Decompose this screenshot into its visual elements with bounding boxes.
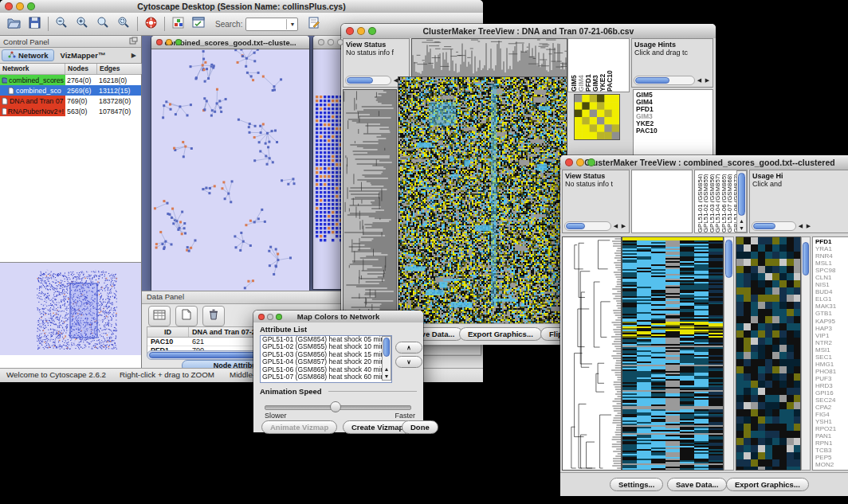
gene-label[interactable]: PAN1 xyxy=(815,432,848,440)
gene-label[interactable]: ELG1 xyxy=(815,295,848,303)
settings-button[interactable]: Settings... xyxy=(610,478,663,491)
close-button[interactable] xyxy=(565,158,573,166)
gene-label[interactable]: SPC98 xyxy=(815,267,848,274)
gene-label[interactable]: MSL1 xyxy=(815,260,848,267)
gene-label[interactable]: PEP5 xyxy=(815,454,848,461)
arrow-down-icon[interactable]: ▼ xyxy=(737,225,746,232)
gene-label[interactable]: MON2 xyxy=(815,461,848,468)
arrow-up-icon[interactable]: ▲ xyxy=(383,366,391,373)
col-network[interactable]: Network xyxy=(0,64,65,74)
hscrollbar[interactable]: ◀▶ xyxy=(752,221,812,231)
hscrollbar[interactable]: ◀▶ xyxy=(634,76,711,85)
gene-label[interactable]: MAK31 xyxy=(815,303,848,310)
gene-label[interactable]: YRA1 xyxy=(815,245,848,252)
network-row[interactable]: DNA and Tran 07 769(0) 183728(0) xyxy=(0,96,141,106)
close-button[interactable] xyxy=(258,314,265,320)
tab-vizmapper[interactable]: VizMapper™ xyxy=(54,50,111,61)
col-id[interactable]: ID xyxy=(147,327,189,337)
minimize-button[interactable] xyxy=(328,39,334,45)
gene-label[interactable]: GTB1 xyxy=(815,310,848,317)
row-dendrogram[interactable] xyxy=(562,236,622,471)
zoom-button[interactable] xyxy=(587,158,595,166)
close-button[interactable] xyxy=(5,2,13,10)
network-row[interactable]: combined_scores 2764(0) 16218(0) xyxy=(0,75,141,85)
minimize-button[interactable] xyxy=(166,39,172,45)
gene-label[interactable]: HRD3 xyxy=(815,382,848,389)
open-file-button[interactable] xyxy=(5,15,22,33)
zoom-fit-button[interactable] xyxy=(94,15,112,33)
gene-label[interactable]: NTR2 xyxy=(815,339,848,346)
arrow-down-icon[interactable]: ▼ xyxy=(383,373,391,380)
global-heatmap[interactable] xyxy=(398,76,567,325)
cytoscape-titlebar[interactable]: Cytoscape Desktop (Session Name: collins… xyxy=(0,0,483,14)
delete-attribute-button[interactable] xyxy=(202,306,225,326)
gene-label[interactable]: SEC24 xyxy=(815,397,848,404)
network-window[interactable]: combined_scores_good.txt--cluste... xyxy=(151,36,309,291)
gene-label[interactable]: MSI1 xyxy=(815,346,848,354)
gene-label[interactable]: KAP95 xyxy=(815,318,848,325)
zoom-heatmap[interactable] xyxy=(574,94,620,140)
export-graphics-button[interactable]: Export Graphics... xyxy=(726,478,809,491)
row-dendrogram[interactable] xyxy=(343,89,397,325)
animate-vizmap-button[interactable]: Animate Vizmap xyxy=(261,420,337,434)
zoom-selected-button[interactable] xyxy=(115,15,132,33)
minimize-button[interactable] xyxy=(16,2,24,10)
gene-label[interactable]: RPO21 xyxy=(815,425,848,432)
select-attributes-button[interactable] xyxy=(148,306,171,326)
list-vscrollbar[interactable]: ▲ ▼ xyxy=(382,336,391,381)
global-heatmap[interactable] xyxy=(622,236,724,471)
network-overview[interactable] xyxy=(0,262,141,355)
zoom-in-button[interactable] xyxy=(73,15,91,33)
network-window-titlebar[interactable]: combined_scores_good.txt--cluste... xyxy=(151,36,309,49)
move-down-button[interactable]: ∨ xyxy=(395,356,422,368)
zoom-button[interactable] xyxy=(337,39,344,45)
gene-label[interactable]: PFD1 xyxy=(815,238,848,245)
gene-label[interactable]: HMG1 xyxy=(815,361,848,368)
gene-label[interactable]: PHO81 xyxy=(815,368,848,375)
move-up-button[interactable]: ∧ xyxy=(395,342,422,354)
chevron-down-icon[interactable]: ▼ xyxy=(286,19,297,29)
arrow-up-icon[interactable]: ▲ xyxy=(737,218,746,225)
slider-thumb[interactable] xyxy=(330,401,341,412)
gene-label[interactable]: HAP3 xyxy=(815,325,848,332)
gene-label[interactable]: RPN1 xyxy=(815,440,848,447)
column-dendrogram[interactable] xyxy=(411,38,567,78)
vizmapper-button[interactable] xyxy=(169,15,186,33)
attribute-list[interactable]: GPL51-01 (GSM854) heat shock 05 minGPL51… xyxy=(260,335,392,383)
zoom-button[interactable] xyxy=(276,314,282,320)
network-row[interactable]: RNAPuberNov2+! 563(0) 107847(0) xyxy=(0,106,141,116)
network-view-canvas[interactable] xyxy=(151,49,308,291)
manage-windows-button[interactable] xyxy=(190,15,207,33)
close-button[interactable] xyxy=(346,27,354,35)
arrow-right-icon[interactable]: ▶ xyxy=(704,77,711,84)
zoom-button[interactable] xyxy=(27,2,35,10)
gene-label[interactable]: CPA2 xyxy=(815,404,848,411)
heatmap-vscrollbar[interactable] xyxy=(724,236,734,471)
gene-label[interactable]: SEC1 xyxy=(815,354,848,361)
tab-network[interactable]: Network xyxy=(2,49,54,61)
arrow-right-icon[interactable]: ▶ xyxy=(805,223,812,229)
treeview1-titlebar[interactable]: ClusterMaker TreeView : DNA and Tran 07-… xyxy=(341,24,716,39)
gene-label[interactable]: VIP1 xyxy=(815,332,848,339)
treeview2-titlebar[interactable]: ClusterMaker TreeView : combined_scores_… xyxy=(560,155,848,170)
save-data-button[interactable]: Save Data... xyxy=(667,478,727,491)
gene-label[interactable]: CLN1 xyxy=(815,274,848,281)
done-button[interactable]: Done xyxy=(402,420,438,434)
help-button[interactable] xyxy=(142,15,159,33)
gene-label[interactable]: YSH1 xyxy=(815,418,848,425)
zoom-out-button[interactable] xyxy=(53,15,70,33)
dialog-titlebar[interactable]: Map Colors to Network xyxy=(253,311,423,323)
gene-label[interactable]: TCB3 xyxy=(815,447,848,454)
close-button[interactable] xyxy=(318,39,324,45)
create-attribute-button[interactable] xyxy=(175,306,198,326)
network-overview-canvas[interactable] xyxy=(0,263,141,355)
gene-label[interactable]: BUD4 xyxy=(815,288,848,295)
vscrollbar[interactable]: ▲ ▼ xyxy=(736,170,747,232)
hscrollbar[interactable]: ◀▶ xyxy=(564,221,627,231)
close-button[interactable] xyxy=(156,39,163,45)
arrow-right-icon[interactable]: ▶ xyxy=(620,223,627,229)
zoom-vscrollbar[interactable] xyxy=(801,236,811,471)
minimize-button[interactable] xyxy=(357,27,365,35)
minimize-button[interactable] xyxy=(267,314,273,320)
minimize-button[interactable] xyxy=(576,158,584,166)
